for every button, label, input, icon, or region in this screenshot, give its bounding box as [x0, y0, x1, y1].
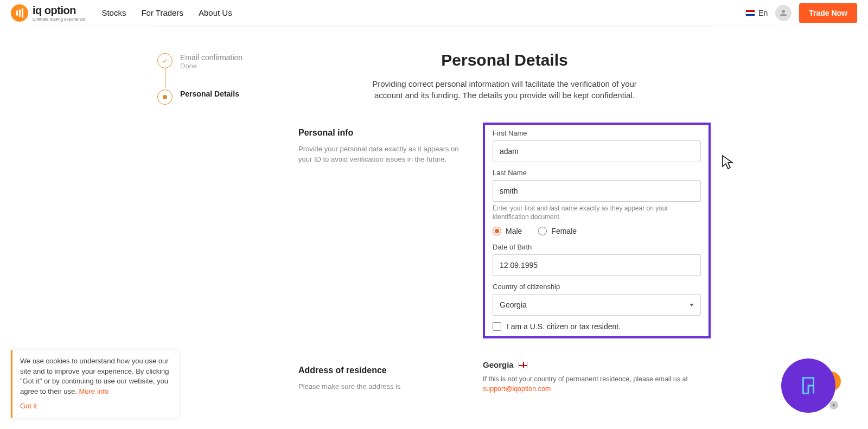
main-nav: Stocks For Traders About Us	[101, 8, 232, 17]
nav-about-us[interactable]: About Us	[199, 8, 232, 17]
cookie-banner: We use cookies to understand how you use…	[11, 350, 179, 418]
cookie-gotit-button[interactable]: Got it	[20, 401, 171, 412]
section-heading: Personal info	[298, 128, 461, 138]
nav-for-traders[interactable]: For Traders	[141, 8, 183, 17]
dob-field: Date of Birth	[493, 243, 701, 276]
country-select[interactable]: Georgia	[493, 294, 701, 316]
residence-country: Georgia	[483, 360, 711, 369]
radio-male[interactable]: Male	[493, 227, 522, 235]
name-helper-text: Enter your first and last name exactly a…	[493, 204, 701, 221]
user-icon	[778, 8, 788, 18]
first-name-field: First Name	[493, 129, 701, 162]
step-connector	[165, 68, 165, 88]
nav-stocks[interactable]: Stocks	[101, 8, 126, 17]
georgia-flag-icon	[518, 362, 528, 368]
last-name-field: Last Name	[493, 169, 701, 202]
page-title: Personal Details	[298, 51, 711, 69]
trade-now-button[interactable]: Trade Now	[799, 3, 857, 23]
radio-label: Male	[506, 227, 522, 235]
checkbox-label: I am a U.S. citizen or tax resident.	[507, 322, 621, 331]
country-name: Georgia	[483, 360, 514, 369]
last-name-label: Last Name	[493, 169, 701, 177]
form-highlight: First Name Last Name Enter your first an…	[483, 123, 711, 338]
check-icon	[157, 53, 173, 68]
radio-female[interactable]: Female	[538, 227, 577, 235]
dob-input[interactable]	[493, 254, 701, 276]
section-desc: Provide your personal data exactly as it…	[298, 144, 461, 165]
country-value: Georgia	[500, 300, 527, 309]
nav-next-button[interactable]	[829, 401, 838, 409]
last-name-input[interactable]	[493, 180, 701, 202]
radio-label: Female	[551, 227, 577, 235]
step-title: Personal Details	[180, 89, 239, 98]
support-email-link[interactable]: support@iqoption.com	[483, 385, 551, 393]
language-selector[interactable]: En	[745, 9, 768, 17]
user-avatar[interactable]	[775, 5, 792, 21]
floating-badge[interactable]	[781, 358, 835, 413]
first-name-input[interactable]	[493, 140, 701, 162]
brand-name: iq option	[33, 4, 85, 17]
main: Personal Details Providing correct perso…	[298, 26, 711, 410]
gender-radio-group: Male Female	[493, 227, 701, 235]
logo[interactable]: iq option Ultimate trading experience	[11, 4, 85, 22]
step-title: Email confirmation	[180, 53, 242, 62]
language-label: En	[758, 9, 768, 17]
radio-icon	[538, 227, 547, 235]
dot-icon	[157, 89, 173, 105]
country-label: Country of citizenship	[493, 283, 701, 291]
badge-icon	[795, 373, 821, 399]
address-section: Address of residence Please make sure th…	[298, 360, 711, 394]
radio-icon	[493, 227, 501, 235]
brand-tagline: Ultimate trading experience	[33, 17, 85, 22]
section-heading: Address of residence	[298, 366, 461, 375]
cookie-more-info-link[interactable]: More Info	[79, 387, 108, 395]
divider	[157, 26, 711, 27]
uk-flag-icon	[745, 10, 755, 16]
logo-icon	[11, 4, 28, 22]
residence-note: If this is not your country of permanent…	[483, 375, 711, 394]
step-email-confirmation[interactable]: Email confirmation Done	[157, 53, 298, 70]
chevron-down-icon	[690, 304, 694, 306]
country-field: Country of citizenship Georgia	[493, 283, 701, 316]
page-subtitle: Providing correct personal information w…	[363, 78, 646, 101]
dob-label: Date of Birth	[493, 243, 701, 251]
header: iq option Ultimate trading experience St…	[0, 0, 868, 26]
us-citizen-checkbox[interactable]: I am a U.S. citizen or tax resident.	[493, 322, 701, 331]
first-name-label: First Name	[493, 129, 701, 137]
step-status: Done	[180, 62, 242, 70]
section-desc: Please make sure the address is	[298, 382, 461, 392]
checkbox-icon	[493, 322, 501, 331]
personal-info-section: Personal info Provide your personal data…	[298, 123, 711, 338]
step-personal-details[interactable]: Personal Details	[157, 89, 298, 105]
